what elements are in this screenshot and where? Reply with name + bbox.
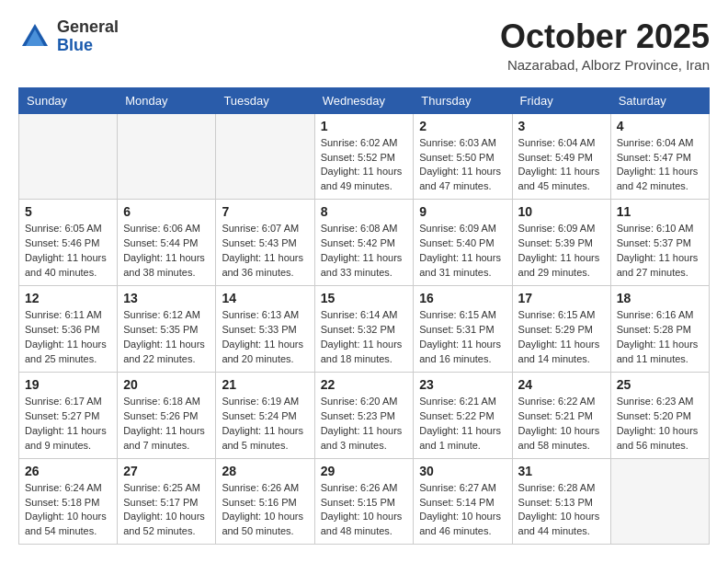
day-number: 23 [419,377,506,392]
calendar-cell: 27Sunrise: 6:25 AM Sunset: 5:17 PM Dayli… [118,458,216,545]
weekday-header-friday: Friday [512,87,610,113]
title-block: October 2025 Nazarabad, Alborz Province,… [500,18,710,73]
day-info: Sunrise: 6:22 AM Sunset: 5:21 PM Dayligh… [518,395,605,454]
calendar-week-1: 1Sunrise: 6:02 AM Sunset: 5:52 PM Daylig… [19,113,710,200]
day-info: Sunrise: 6:19 AM Sunset: 5:24 PM Dayligh… [222,395,308,454]
calendar-cell: 29Sunrise: 6:26 AM Sunset: 5:15 PM Dayli… [314,458,414,545]
calendar-cell: 15Sunrise: 6:14 AM Sunset: 5:32 PM Dayli… [314,286,414,373]
page-header: General Blue October 2025 Nazarabad, Alb… [18,18,710,73]
day-number: 25 [617,377,703,392]
calendar-cell: 18Sunrise: 6:16 AM Sunset: 5:28 PM Dayli… [610,286,709,373]
month-title: October 2025 [500,18,710,55]
day-number: 30 [419,464,506,478]
calendar-cell: 31Sunrise: 6:28 AM Sunset: 5:13 PM Dayli… [512,458,610,545]
day-number: 12 [25,291,111,305]
day-number: 11 [617,204,703,219]
weekday-header-wednesday: Wednesday [314,87,414,113]
calendar-cell: 22Sunrise: 6:20 AM Sunset: 5:23 PM Dayli… [314,372,414,458]
day-info: Sunrise: 6:09 AM Sunset: 5:39 PM Dayligh… [518,222,605,281]
day-number: 2 [419,119,506,133]
day-info: Sunrise: 6:15 AM Sunset: 5:29 PM Dayligh… [518,308,605,367]
day-number: 21 [222,377,308,392]
day-number: 10 [518,204,605,219]
day-number: 5 [25,204,111,219]
day-info: Sunrise: 6:26 AM Sunset: 5:16 PM Dayligh… [222,481,308,540]
calendar-week-4: 19Sunrise: 6:17 AM Sunset: 5:27 PM Dayli… [19,372,710,458]
day-number: 31 [518,464,605,478]
day-info: Sunrise: 6:05 AM Sunset: 5:46 PM Dayligh… [25,222,111,281]
day-info: Sunrise: 6:03 AM Sunset: 5:50 PM Dayligh… [419,136,506,195]
calendar-cell: 3Sunrise: 6:04 AM Sunset: 5:49 PM Daylig… [512,113,610,200]
logo-blue-text: Blue [57,36,93,54]
calendar-cell: 4Sunrise: 6:04 AM Sunset: 5:47 PM Daylig… [610,113,709,200]
day-info: Sunrise: 6:21 AM Sunset: 5:22 PM Dayligh… [419,395,506,454]
day-number: 15 [321,291,408,305]
day-number: 28 [222,464,308,478]
day-number: 3 [518,119,605,133]
day-number: 8 [321,204,408,219]
day-info: Sunrise: 6:28 AM Sunset: 5:13 PM Dayligh… [518,481,605,540]
calendar-cell: 1Sunrise: 6:02 AM Sunset: 5:52 PM Daylig… [314,113,414,200]
day-info: Sunrise: 6:16 AM Sunset: 5:28 PM Dayligh… [617,308,703,367]
day-info: Sunrise: 6:10 AM Sunset: 5:37 PM Dayligh… [617,222,703,281]
day-number: 26 [25,464,111,478]
day-info: Sunrise: 6:11 AM Sunset: 5:36 PM Dayligh… [25,308,111,367]
day-info: Sunrise: 6:02 AM Sunset: 5:52 PM Dayligh… [321,136,408,195]
day-info: Sunrise: 6:27 AM Sunset: 5:14 PM Dayligh… [419,481,506,540]
day-number: 16 [419,291,506,305]
day-info: Sunrise: 6:18 AM Sunset: 5:26 PM Dayligh… [123,395,210,454]
logo-icon [18,20,51,53]
day-number: 9 [419,204,506,219]
calendar-cell: 26Sunrise: 6:24 AM Sunset: 5:18 PM Dayli… [19,458,118,545]
day-number: 6 [123,204,210,219]
day-info: Sunrise: 6:08 AM Sunset: 5:42 PM Dayligh… [321,222,408,281]
calendar-cell [19,113,118,200]
calendar-cell: 30Sunrise: 6:27 AM Sunset: 5:14 PM Dayli… [414,458,512,545]
day-info: Sunrise: 6:13 AM Sunset: 5:33 PM Dayligh… [222,308,308,367]
logo-general-text: General [57,17,119,36]
calendar-cell: 14Sunrise: 6:13 AM Sunset: 5:33 PM Dayli… [216,286,314,373]
day-info: Sunrise: 6:24 AM Sunset: 5:18 PM Dayligh… [25,481,111,540]
day-info: Sunrise: 6:09 AM Sunset: 5:40 PM Dayligh… [419,222,506,281]
weekday-header-tuesday: Tuesday [216,87,314,113]
calendar-cell: 13Sunrise: 6:12 AM Sunset: 5:35 PM Dayli… [118,286,216,373]
calendar-cell: 24Sunrise: 6:22 AM Sunset: 5:21 PM Dayli… [512,372,610,458]
day-info: Sunrise: 6:04 AM Sunset: 5:47 PM Dayligh… [617,136,703,195]
day-info: Sunrise: 6:04 AM Sunset: 5:49 PM Dayligh… [518,136,605,195]
day-info: Sunrise: 6:15 AM Sunset: 5:31 PM Dayligh… [419,308,506,367]
calendar-week-5: 26Sunrise: 6:24 AM Sunset: 5:18 PM Dayli… [19,458,710,545]
calendar-cell: 21Sunrise: 6:19 AM Sunset: 5:24 PM Dayli… [216,372,314,458]
day-info: Sunrise: 6:20 AM Sunset: 5:23 PM Dayligh… [321,395,408,454]
day-number: 7 [222,204,308,219]
location-subtitle: Nazarabad, Alborz Province, Iran [500,57,710,73]
calendar-cell: 7Sunrise: 6:07 AM Sunset: 5:43 PM Daylig… [216,200,314,286]
logo: General Blue [18,18,119,55]
day-number: 1 [321,119,408,133]
day-number: 24 [518,377,605,392]
weekday-header-sunday: Sunday [19,87,118,113]
calendar-header-row: SundayMondayTuesdayWednesdayThursdayFrid… [19,87,710,113]
calendar-cell: 23Sunrise: 6:21 AM Sunset: 5:22 PM Dayli… [414,372,512,458]
calendar-cell [216,113,314,200]
weekday-header-monday: Monday [118,87,216,113]
day-number: 22 [321,377,408,392]
day-number: 13 [123,291,210,305]
calendar-cell: 5Sunrise: 6:05 AM Sunset: 5:46 PM Daylig… [19,200,118,286]
calendar-cell: 10Sunrise: 6:09 AM Sunset: 5:39 PM Dayli… [512,200,610,286]
day-info: Sunrise: 6:07 AM Sunset: 5:43 PM Dayligh… [222,222,308,281]
day-number: 19 [25,377,111,392]
calendar-week-3: 12Sunrise: 6:11 AM Sunset: 5:36 PM Dayli… [19,286,710,373]
day-info: Sunrise: 6:26 AM Sunset: 5:15 PM Dayligh… [321,481,408,540]
day-number: 20 [123,377,210,392]
day-info: Sunrise: 6:12 AM Sunset: 5:35 PM Dayligh… [123,308,210,367]
calendar-cell: 6Sunrise: 6:06 AM Sunset: 5:44 PM Daylig… [118,200,216,286]
day-info: Sunrise: 6:06 AM Sunset: 5:44 PM Dayligh… [123,222,210,281]
weekday-header-thursday: Thursday [414,87,512,113]
calendar-cell: 28Sunrise: 6:26 AM Sunset: 5:16 PM Dayli… [216,458,314,545]
weekday-header-saturday: Saturday [610,87,709,113]
day-info: Sunrise: 6:23 AM Sunset: 5:20 PM Dayligh… [617,395,703,454]
calendar-cell: 19Sunrise: 6:17 AM Sunset: 5:27 PM Dayli… [19,372,118,458]
calendar-week-2: 5Sunrise: 6:05 AM Sunset: 5:46 PM Daylig… [19,200,710,286]
day-number: 27 [123,464,210,478]
day-info: Sunrise: 6:25 AM Sunset: 5:17 PM Dayligh… [123,481,210,540]
